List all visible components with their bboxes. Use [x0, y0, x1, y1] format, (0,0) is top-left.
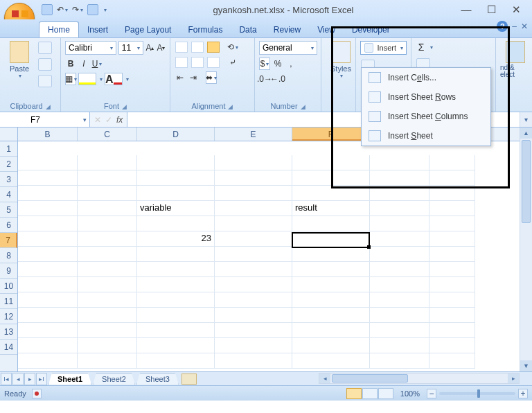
cell-C11[interactable]: [78, 308, 137, 323]
cell-H5[interactable]: [429, 216, 475, 231]
cell-D12[interactable]: [137, 323, 215, 338]
page-break-view-icon[interactable]: [378, 388, 393, 399]
cell-G4[interactable]: [370, 201, 429, 216]
cell-B14[interactable]: [18, 353, 78, 369]
row-header-2[interactable]: 2: [0, 157, 17, 172]
help-icon[interactable]: ?: [497, 21, 508, 32]
cell-H2[interactable]: [429, 170, 475, 186]
comma-icon[interactable]: ,: [285, 58, 296, 70]
cell-E9[interactable]: [215, 277, 292, 292]
cancel-formula-icon[interactable]: ✕: [94, 115, 101, 125]
cell-F3[interactable]: [292, 186, 370, 201]
close-button[interactable]: ✕: [510, 3, 522, 16]
row-header-14[interactable]: 14: [0, 340, 17, 355]
cell-G10[interactable]: [370, 292, 429, 308]
italic-button[interactable]: I: [78, 58, 89, 70]
sheet-tab-3[interactable]: Sheet3: [136, 373, 179, 385]
tab-nav-next-icon[interactable]: ▸: [24, 373, 35, 385]
row-header-9[interactable]: 9: [0, 263, 17, 279]
cell-B7[interactable]: [18, 247, 78, 262]
currency-icon[interactable]: $▾: [259, 58, 270, 70]
cell-D6[interactable]: 23: [137, 231, 215, 247]
autosum-icon[interactable]: Σ: [416, 41, 427, 53]
increase-decimal-icon[interactable]: .0→: [259, 73, 270, 85]
cell-C2[interactable]: [78, 170, 137, 186]
cell-E13[interactable]: [215, 338, 292, 353]
cell-D13[interactable]: [137, 338, 215, 353]
cell-E1[interactable]: [215, 155, 292, 170]
cell-E7[interactable]: [215, 247, 292, 262]
scroll-left-icon[interactable]: ◂: [319, 374, 330, 383]
cell-C13[interactable]: [78, 338, 137, 353]
cell-E3[interactable]: [215, 186, 292, 201]
cell-F9[interactable]: [292, 277, 370, 292]
align-right-icon[interactable]: [207, 57, 220, 68]
decrease-font-icon[interactable]: A▾: [157, 42, 166, 54]
cell-H12[interactable]: [429, 323, 475, 338]
cell-B3[interactable]: [18, 186, 78, 201]
cell-H3[interactable]: [429, 186, 475, 201]
normal-view-icon[interactable]: [346, 388, 362, 399]
underline-button[interactable]: U▾: [91, 58, 103, 70]
row-header-6[interactable]: 6: [0, 218, 17, 233]
insert-button[interactable]: Insert▾: [360, 41, 407, 55]
cell-F2[interactable]: [292, 170, 370, 186]
maximize-button[interactable]: ☐: [485, 3, 497, 16]
cell-B12[interactable]: [18, 323, 78, 338]
cell-G1[interactable]: [370, 155, 429, 170]
cell-H6[interactable]: [429, 231, 475, 247]
cell-G12[interactable]: [370, 323, 429, 338]
cell-D2[interactable]: [137, 170, 215, 186]
insert-rows-item[interactable]: Insert Sheet Rows: [362, 87, 490, 107]
cell-D14[interactable]: [137, 353, 215, 369]
cell-G5[interactable]: [370, 216, 429, 231]
new-sheet-button[interactable]: [181, 374, 197, 385]
cell-C3[interactable]: [78, 186, 137, 201]
undo-icon[interactable]: ↶▾: [57, 3, 68, 16]
cell-B9[interactable]: [18, 277, 78, 292]
tab-home[interactable]: Home: [39, 21, 79, 37]
sheet-tab-1[interactable]: Sheet1: [48, 373, 91, 385]
cell-F12[interactable]: [292, 323, 370, 338]
cell-H8[interactable]: [429, 262, 475, 277]
minimize-button[interactable]: —: [460, 3, 472, 16]
insert-sheet-item[interactable]: Insert Sheet: [362, 126, 490, 146]
cell-C14[interactable]: [78, 353, 137, 369]
cell-G3[interactable]: [370, 186, 429, 201]
bold-button[interactable]: B: [65, 58, 76, 70]
cell-H7[interactable]: [429, 247, 475, 262]
increase-font-icon[interactable]: A▴: [145, 42, 154, 54]
cell-C4[interactable]: [78, 201, 137, 216]
cell-G13[interactable]: [370, 338, 429, 353]
fx-icon[interactable]: fx: [116, 115, 123, 125]
cell-H11[interactable]: [429, 308, 475, 323]
align-center-icon[interactable]: [191, 57, 204, 68]
row-header-1[interactable]: 1: [0, 141, 17, 157]
cell-E6[interactable]: [215, 231, 292, 247]
align-middle-icon[interactable]: [191, 42, 204, 53]
paste-button[interactable]: Paste ▾: [4, 41, 35, 88]
redo-icon[interactable]: ↷▾: [72, 3, 83, 16]
cell-B6[interactable]: [18, 231, 78, 247]
cell-D11[interactable]: [137, 308, 215, 323]
cell-G14[interactable]: [370, 353, 429, 369]
name-box[interactable]: F7▾: [0, 112, 90, 127]
cell-E4[interactable]: [215, 201, 292, 216]
tab-nav-last-icon[interactable]: ▸I: [36, 373, 47, 385]
cell-H13[interactable]: [429, 338, 475, 353]
cell-F5[interactable]: [292, 216, 370, 231]
cell-E12[interactable]: [215, 323, 292, 338]
tab-developer[interactable]: Developer: [344, 22, 398, 37]
sheet-tab-2[interactable]: Sheet2: [93, 373, 135, 385]
cell-D5[interactable]: [137, 216, 215, 231]
tab-nav-first-icon[interactable]: I◂: [1, 373, 12, 385]
decrease-decimal-icon[interactable]: ←.0: [272, 73, 283, 85]
column-header-C[interactable]: C: [78, 128, 137, 141]
wrap-text-icon[interactable]: ⤶: [227, 56, 238, 69]
increase-indent-icon[interactable]: ⇥: [188, 71, 199, 84]
column-header-B[interactable]: B: [18, 128, 78, 141]
cell-G9[interactable]: [370, 277, 429, 292]
cell-F7[interactable]: [292, 247, 370, 262]
cell-H14[interactable]: [429, 353, 475, 369]
row-header-10[interactable]: 10: [0, 279, 17, 294]
